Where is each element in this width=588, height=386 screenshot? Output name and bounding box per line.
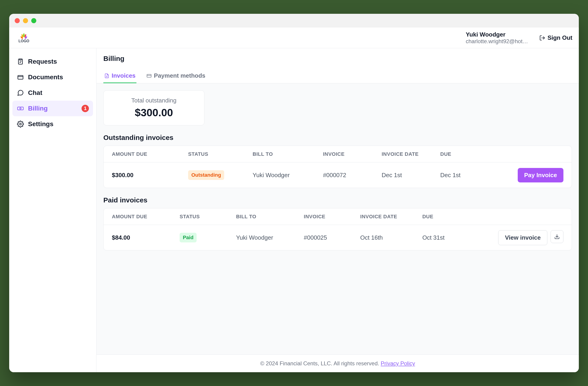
sidebar: Requests Documents Chat Billing 1 Settin…: [9, 48, 96, 372]
app-window: LOGO Yuki Woodger charlotte.wright92@hot…: [9, 14, 579, 372]
sidebar-item-settings[interactable]: Settings: [12, 116, 93, 132]
status-badge: Paid: [180, 233, 197, 242]
main-content: Billing Invoices Payment methods Total o…: [96, 48, 579, 372]
table-header: AMOUNT DUE STATUS BILL TO INVOICE INVOIC…: [104, 208, 572, 225]
notification-badge: 1: [82, 105, 89, 112]
column-header: INVOICE DATE: [360, 214, 422, 220]
maximize-window-icon[interactable]: [31, 18, 36, 23]
table-header: AMOUNT DUE STATUS BILL TO INVOICE INVOIC…: [104, 146, 572, 162]
svg-point-11: [20, 123, 21, 125]
tabs: Invoices Payment methods: [103, 69, 572, 83]
user-name: Yuki Woodger: [466, 31, 532, 38]
signout-icon: [539, 35, 545, 41]
download-icon: [554, 234, 560, 239]
tab-label: Invoices: [112, 72, 136, 79]
tab-payment-methods[interactable]: Payment methods: [146, 69, 206, 83]
paid-invoices-table: AMOUNT DUE STATUS BILL TO INVOICE INVOIC…: [103, 208, 572, 250]
minimize-window-icon[interactable]: [23, 18, 28, 23]
signout-button[interactable]: Sign Out: [539, 34, 572, 41]
column-header: INVOICE: [304, 214, 360, 220]
sidebar-item-label: Chat: [28, 89, 42, 96]
svg-point-10: [20, 108, 21, 109]
due-cell: Oct 31st: [422, 234, 490, 241]
close-window-icon[interactable]: [15, 18, 20, 23]
signout-label: Sign Out: [547, 34, 572, 41]
folder-icon: [17, 74, 24, 81]
table-row: $84.00 Paid Yuki Woodger #000025 Oct 16t…: [104, 225, 572, 250]
sidebar-item-chat[interactable]: Chat: [12, 85, 93, 101]
column-header: AMOUNT DUE: [112, 151, 188, 157]
summary-value: $300.00: [110, 106, 198, 119]
user-block: Yuki Woodger charlotte.wright92@hotm…: [466, 31, 532, 44]
amount-cell: $300.00: [112, 172, 188, 179]
footer-copyright: © 2024 Financial Cents, LLC. All rights …: [260, 360, 381, 366]
window-titlebar: [9, 14, 579, 28]
column-header: STATUS: [180, 214, 236, 220]
invoice-cell: #000072: [323, 172, 381, 179]
sidebar-item-label: Billing: [28, 105, 48, 112]
sidebar-item-requests[interactable]: Requests: [12, 54, 93, 69]
sidebar-item-label: Requests: [28, 58, 57, 65]
column-header: BILL TO: [253, 151, 323, 157]
tab-invoices[interactable]: Invoices: [103, 69, 136, 83]
status-badge: Outstanding: [188, 170, 224, 180]
outstanding-invoices-table: AMOUNT DUE STATUS BILL TO INVOICE INVOIC…: [103, 146, 572, 188]
summary-label: Total outstanding: [110, 97, 198, 104]
money-icon: [17, 105, 24, 112]
column-header: DUE: [440, 151, 499, 157]
sidebar-item-label: Documents: [28, 74, 63, 81]
bill-to-cell: Yuki Woodger: [236, 234, 304, 241]
download-invoice-button[interactable]: [550, 230, 564, 243]
paid-section-title: Paid invoices: [103, 196, 572, 204]
svg-text:LOGO: LOGO: [18, 39, 29, 43]
pay-invoice-button[interactable]: Pay Invoice: [518, 168, 564, 182]
chat-icon: [17, 89, 24, 96]
page-title: Billing: [103, 55, 572, 63]
document-icon: [104, 73, 109, 78]
logo: LOGO: [16, 33, 32, 43]
view-invoice-button[interactable]: View invoice: [498, 230, 547, 245]
svg-rect-14: [147, 74, 151, 77]
tab-label: Payment methods: [154, 72, 205, 79]
amount-cell: $84.00: [112, 234, 180, 241]
app-header: LOGO Yuki Woodger charlotte.wright92@hot…: [9, 28, 579, 48]
sidebar-item-label: Settings: [28, 120, 53, 128]
invoice-date-cell: Dec 1st: [381, 172, 440, 179]
column-header: DUE: [422, 214, 490, 220]
due-cell: Dec 1st: [440, 172, 499, 179]
sidebar-item-documents[interactable]: Documents: [12, 69, 93, 85]
clipboard-icon: [17, 58, 24, 65]
invoice-cell: #000025: [304, 234, 360, 241]
svg-rect-7: [18, 59, 22, 64]
column-header: INVOICE: [323, 151, 381, 157]
svg-rect-8: [18, 76, 23, 79]
sidebar-item-billing[interactable]: Billing 1: [12, 101, 93, 116]
privacy-policy-link[interactable]: Privacy Policy: [381, 360, 415, 366]
column-header: STATUS: [188, 151, 253, 157]
column-header: AMOUNT DUE: [112, 214, 180, 220]
gear-icon: [17, 121, 24, 128]
table-row: $300.00 Outstanding Yuki Woodger #000072…: [104, 162, 572, 188]
credit-card-icon: [147, 73, 152, 78]
column-header: INVOICE DATE: [381, 151, 440, 157]
logo-icon: LOGO: [16, 33, 32, 43]
invoice-date-cell: Oct 16th: [360, 234, 422, 241]
svg-point-2: [23, 33, 24, 37]
total-outstanding-card: Total outstanding $300.00: [103, 90, 204, 126]
column-header: BILL TO: [236, 214, 304, 220]
user-email: charlotte.wright92@hotm…: [466, 38, 532, 44]
bill-to-cell: Yuki Woodger: [253, 172, 323, 179]
outstanding-section-title: Outstanding invoices: [103, 134, 572, 142]
footer: © 2024 Financial Cents, LLC. All rights …: [96, 355, 579, 372]
